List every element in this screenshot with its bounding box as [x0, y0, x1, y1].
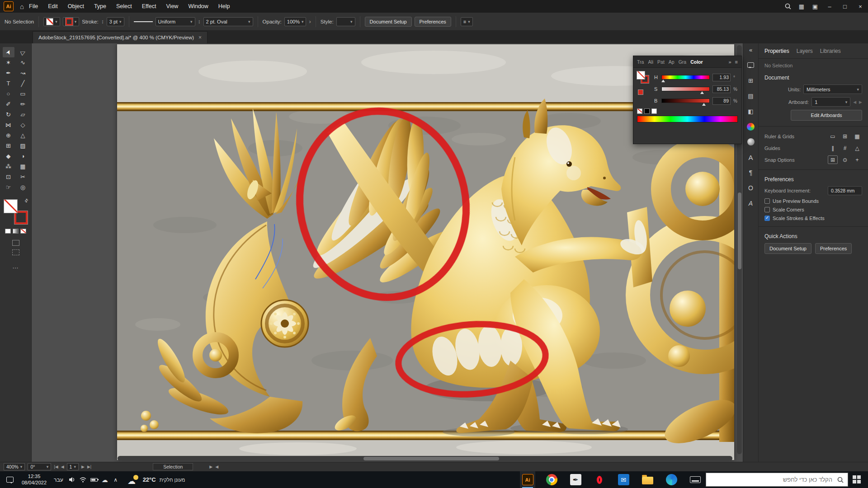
- language-indicator[interactable]: עבר: [50, 477, 67, 483]
- mesh-tool[interactable]: ⊞: [3, 141, 14, 151]
- stroke-weight-dropdown[interactable]: 3 pt ▾: [107, 17, 124, 26]
- appearance-panel-icon[interactable]: O: [745, 183, 756, 192]
- close-button[interactable]: ×: [853, 0, 868, 13]
- stroke-color-dropdown[interactable]: ▾: [63, 17, 80, 26]
- qa-preferences-button[interactable]: Preferences: [815, 243, 852, 254]
- draw-behind-mode-icon[interactable]: [12, 249, 19, 255]
- tab-align[interactable]: Ali: [648, 59, 653, 65]
- paragraph-panel-icon[interactable]: ¶: [745, 168, 756, 177]
- brightness-slider[interactable]: [661, 99, 710, 103]
- taskbar-design-app[interactable]: ✒: [568, 471, 583, 488]
- transparency-grid-icon[interactable]: ▦: [852, 132, 862, 141]
- white-swatch[interactable]: [651, 108, 657, 114]
- artboard-next-icon[interactable]: ▶: [859, 100, 862, 104]
- color-mode-gradient[interactable]: [13, 229, 19, 234]
- hue-slider-thumb[interactable]: [661, 80, 665, 82]
- style-dropdown[interactable]: ▾: [336, 17, 355, 26]
- network-icon[interactable]: [78, 471, 89, 488]
- curvature-tool[interactable]: ↝: [17, 68, 29, 78]
- eyedropper-tool[interactable]: ◆: [3, 151, 14, 161]
- opacity-panel-arrow-icon[interactable]: ›: [309, 18, 311, 25]
- keyboard-increment-field[interactable]: 0.3528 mm: [828, 186, 862, 195]
- menu-object[interactable]: Object: [63, 0, 89, 13]
- lasso-tool[interactable]: ∿: [17, 57, 29, 68]
- scale-strokes-effects-checkbox[interactable]: [764, 216, 770, 221]
- zoom-level-dropdown[interactable]: 400% ▾: [4, 463, 25, 470]
- last-artboard-icon[interactable]: ▶|: [87, 465, 91, 469]
- artboard-prev-icon[interactable]: ◀: [853, 100, 856, 104]
- selection-tool[interactable]: ➤: [3, 47, 14, 57]
- menu-type[interactable]: Type: [89, 0, 111, 13]
- artboard-dropdown[interactable]: 1 ▾: [811, 97, 850, 107]
- menu-view[interactable]: View: [161, 0, 184, 13]
- action-center-icon[interactable]: [6, 477, 14, 483]
- line-segment-tool[interactable]: ╱: [17, 78, 29, 89]
- edit-toolbar-ellipsis[interactable]: …: [0, 263, 31, 270]
- fill-color-dropdown[interactable]: ▾: [43, 17, 60, 26]
- menu-select[interactable]: Select: [111, 0, 137, 13]
- arrange-documents-icon[interactable]: ▦: [795, 0, 808, 13]
- edit-artboards-button[interactable]: Edit Artboards: [791, 110, 862, 121]
- tab-transform[interactable]: Tra: [637, 59, 644, 65]
- tab-color[interactable]: Color: [690, 59, 703, 65]
- zoom-tool[interactable]: ◎: [17, 182, 29, 192]
- horizontal-scrollbar[interactable]: [118, 456, 732, 461]
- brush-stepper-icon[interactable]: ↕: [198, 19, 201, 25]
- first-artboard-icon[interactable]: |◀: [54, 465, 58, 469]
- ruler-icon[interactable]: ▭: [828, 132, 838, 141]
- menu-effect[interactable]: Effect: [137, 0, 161, 13]
- menu-edit[interactable]: Edit: [43, 0, 63, 13]
- rectangle-tool[interactable]: ▭: [17, 89, 29, 99]
- color-panel-icon[interactable]: [745, 122, 756, 131]
- prev-artboard-icon[interactable]: ◀: [61, 465, 64, 469]
- symbol-sprayer-tool[interactable]: ⁂: [3, 161, 14, 172]
- character-panel-icon[interactable]: A: [745, 153, 756, 162]
- document-tab[interactable]: AdobeStock_219157695 [Converted].ai* @ 4…: [33, 31, 208, 43]
- taskbar-chrome[interactable]: [544, 471, 559, 488]
- saturation-slider-thumb[interactable]: [700, 91, 704, 94]
- column-graph-tool[interactable]: ▦: [17, 161, 29, 172]
- tab-appearance[interactable]: Ap: [669, 59, 675, 65]
- tab-graphic-styles[interactable]: Gra: [679, 59, 687, 65]
- tab-pathfinder[interactable]: Pat: [657, 59, 665, 65]
- taskbar-clock[interactable]: 12:35 08/04/2022: [18, 474, 50, 486]
- taskbar-search[interactable]: [706, 473, 848, 487]
- type-tool[interactable]: T: [3, 78, 14, 89]
- fill-color-well[interactable]: [4, 200, 17, 213]
- maximize-button[interactable]: □: [837, 0, 853, 13]
- pen-tool[interactable]: ✒: [3, 68, 14, 78]
- rotate-tool[interactable]: ↻: [3, 109, 14, 120]
- weather-widget[interactable]: ☁ 22°C מעונן חלקית: [121, 471, 192, 488]
- color-mode-none[interactable]: [20, 229, 26, 234]
- stroke-color-well[interactable]: [14, 211, 28, 224]
- scale-corners-checkbox[interactable]: [764, 207, 770, 212]
- opacity-dropdown[interactable]: 100% ▾: [284, 17, 307, 26]
- illustrator-logo-icon[interactable]: Ai: [4, 1, 14, 11]
- pencil-tool[interactable]: ✏: [17, 99, 29, 109]
- snap-to-point-icon[interactable]: ⊙: [840, 155, 850, 164]
- panel-double-arrow-icon[interactable]: »: [728, 59, 731, 65]
- stroke-stepper-icon[interactable]: ↕: [101, 19, 104, 25]
- menu-file[interactable]: File: [24, 0, 43, 13]
- qa-document-setup-button[interactable]: Document Setup: [764, 243, 811, 254]
- pathfinder-panel-icon[interactable]: ◧: [745, 107, 756, 116]
- menu-help[interactable]: Help: [213, 0, 235, 13]
- align-options-dropdown[interactable]: ≡ ▾: [461, 17, 473, 26]
- width-profile-dropdown[interactable]: Uniform ▾: [156, 17, 195, 26]
- magic-wand-tool[interactable]: ✶: [3, 57, 14, 68]
- last-color-swatch[interactable]: [638, 89, 643, 95]
- taskbar-illustrator[interactable]: Ai: [520, 471, 535, 488]
- brightness-value-field[interactable]: 89: [712, 97, 731, 105]
- gradient-tool[interactable]: ▨: [17, 141, 29, 151]
- perspective-grid-icon[interactable]: △: [852, 144, 862, 152]
- artboard-nav-dropdown[interactable]: 1 ▾: [67, 463, 79, 470]
- paintbrush-tool[interactable]: ✐: [3, 99, 14, 109]
- color-mode-solid[interactable]: [5, 229, 11, 234]
- home-icon[interactable]: ⌂: [20, 3, 24, 10]
- taskbar-touch-keyboard[interactable]: [688, 471, 703, 488]
- align-panel-icon[interactable]: ▤: [745, 91, 756, 100]
- hand-tool[interactable]: ☞: [3, 182, 14, 192]
- status-play-icon[interactable]: ▶: [209, 465, 212, 469]
- menu-window[interactable]: Window: [183, 0, 213, 13]
- width-tool[interactable]: ⋈: [3, 120, 14, 130]
